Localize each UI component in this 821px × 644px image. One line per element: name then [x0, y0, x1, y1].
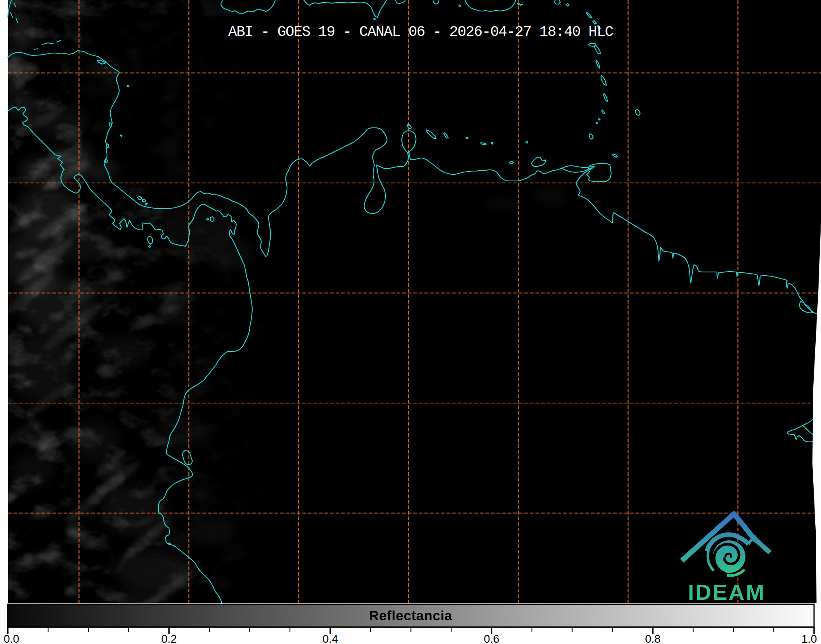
svg-text:Reflectancia: Reflectancia	[369, 608, 452, 623]
svg-text:0.8: 0.8	[645, 633, 661, 644]
svg-text:0.0: 0.0	[4, 633, 19, 644]
svg-text:ABI - GOES 19 - CANAL 06 - 202: ABI - GOES 19 - CANAL 06 - 2026-04-27 18…	[228, 24, 613, 40]
svg-text:0.2: 0.2	[161, 633, 177, 644]
svg-text:IDEAM: IDEAM	[688, 580, 765, 604]
svg-text:1.0: 1.0	[801, 633, 817, 644]
svg-text:0.4: 0.4	[323, 633, 338, 644]
svg-text:0.6: 0.6	[484, 633, 499, 644]
